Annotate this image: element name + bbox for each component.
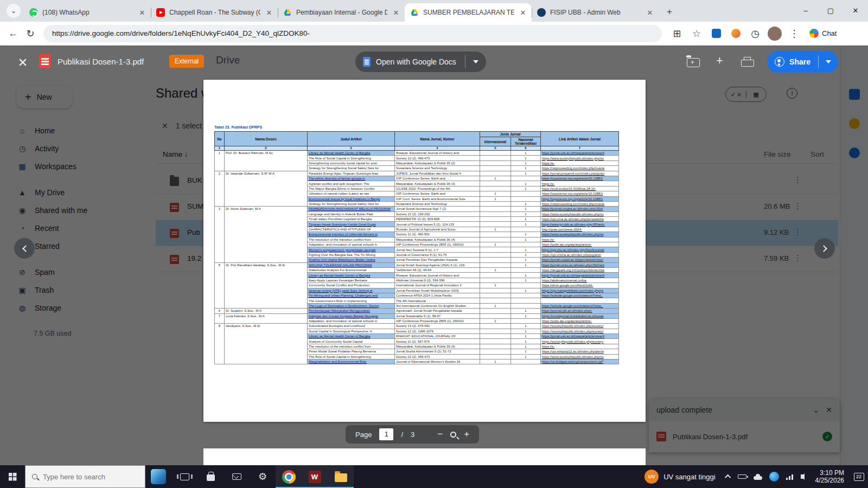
uv-weather-widget[interactable]: UV UV sangat tinggi <box>638 465 722 488</box>
judul-cell[interactable]: Tinjauan Aspek Sosiologis-Yuridis Cerai … <box>308 222 395 227</box>
article-link-cell[interactable]: https://abdimasuniversal.uniba- <box>541 278 619 282</box>
article-link-cell[interactable]: https://ojs.untirta.ac.id/index.php/jog/… <box>541 252 619 257</box>
next-file-button[interactable] <box>814 238 835 259</box>
network-icon[interactable] <box>786 474 794 480</box>
article-link-cell[interactable]: https://e- <box>541 181 619 186</box>
tab-close-icon[interactable]: ✕ <box>519 8 527 17</box>
article-link-cell[interactable]: https://www.societyfisipubb.id/index.php… <box>541 354 619 359</box>
judul-cell[interactable]: The resolution of the transition conflic… <box>308 237 395 242</box>
judul-cell[interactable]: Peran Modal Sosial Podakan Patung Bersam… <box>308 349 395 354</box>
minimize-icon[interactable]: – <box>793 0 818 21</box>
judul-cell[interactable]: The Role of Social Capital in Strengthen… <box>308 156 395 160</box>
maximize-icon[interactable]: ▢ <box>818 0 843 21</box>
article-link-cell[interactable]: https://www.societyfisipubb.id/index.php… <box>541 232 619 237</box>
page-number-input[interactable] <box>379 428 393 440</box>
judul-cell[interactable]: Language and Identity in Kelecik Bulian … <box>308 211 395 216</box>
zoom-out-icon[interactable]: − <box>437 429 443 440</box>
judul-cell[interactable]: WACANA TOLERANSI DALAM PROGRAM <box>308 262 395 267</box>
history-icon[interactable]: ◷ <box>746 25 764 42</box>
article-link-cell[interactable]: https://jurnal.usk.ac.id/riwayat/article… <box>541 273 619 278</box>
article-link-cell[interactable]: https://drive.google.com/file/d/1cbk- <box>541 283 619 288</box>
article-link-cell[interactable]: https://vc.bridgew.edu/cgi/viewcontent.c… <box>541 359 619 364</box>
judul-cell[interactable]: The Mapur Bangka Ethnic in between Confl… <box>308 186 395 191</box>
article-link-cell[interactable]: https://rumahjurnal.sinsasbabel.ac.id/su… <box>541 313 619 318</box>
news-widget-button[interactable] <box>145 465 171 488</box>
judul-cell[interactable]: Timah dalam Pemilihan Legislatif di Bang… <box>308 217 395 222</box>
article-link-cell[interactable]: https://www.societyfisipubb.id/index.php… <box>541 156 619 160</box>
browser-tab[interactable]: Pembiayaan Internal - Google Driv✕ <box>278 3 405 22</box>
judul-cell[interactable]: PEMBERDAYAAN MASYARAKAT MELALUI PROGRAM <box>308 207 395 211</box>
judul-cell[interactable]: Library as Mental Health Center of Bangk… <box>308 151 395 156</box>
article-link-cell[interactable]: https://www.jpi.ubb.ac.id/index.php/JPI/… <box>541 222 619 227</box>
article-link-cell[interactable]: https://jurnal.usk.ac.id/riwayat/article… <box>541 151 619 156</box>
new-tab-button[interactable]: + <box>662 4 677 20</box>
task-view-button[interactable] <box>171 465 197 488</box>
tab-search-icon[interactable]: ⌄ <box>7 4 21 18</box>
article-link-cell[interactable]: https://jurnal.uinsu.ac.id/index.php/JIS… <box>541 262 619 267</box>
judul-cell[interactable]: Library as Mental Health Center of Bangk… <box>308 334 395 339</box>
judul-cell[interactable]: Library as Mental Health Center of Bangk… <box>308 273 395 278</box>
reload-icon[interactable]: ↻ <box>22 25 39 42</box>
judul-cell[interactable]: Agrarian conflict and split recognition:… <box>308 181 395 186</box>
judul-cell[interactable]: Marginalization and Environmental Risk: <box>308 359 395 364</box>
browser-tab[interactable]: Chappell Roan - The Subway (Offi✕ <box>151 3 278 22</box>
article-link-cell[interactable]: https://societyfisipubb.id/index.php/soc… <box>541 339 619 344</box>
judul-cell[interactable]: Adaptation, and innovation of special sc… <box>308 318 395 323</box>
microsoft-store-button[interactable] <box>197 465 224 488</box>
taskbar-clock[interactable]: 3:10 PM 4/25/2026 <box>810 469 850 484</box>
article-link-cell[interactable]: https://iopscience.iop.org/article/10.10… <box>541 191 619 196</box>
judul-cell[interactable]: Tin Mining and Urban Planning: Challenge… <box>308 293 395 298</box>
previous-file-button[interactable] <box>14 238 35 259</box>
taskbar-search[interactable] <box>25 465 145 488</box>
judul-cell[interactable]: The Role of Social Capital in Strengthen… <box>308 354 395 359</box>
extension-icon[interactable] <box>707 25 725 42</box>
article-link-cell[interactable]: https://scholar.google.com/citations?vie… <box>541 293 619 298</box>
print-icon[interactable] <box>741 60 754 67</box>
chrome-button[interactable] <box>276 465 302 488</box>
judul-cell[interactable]: Analysis of Community Social Capital <box>308 339 395 344</box>
battery-icon[interactable] <box>738 474 746 479</box>
zoom-icon[interactable] <box>450 432 456 438</box>
article-link-cell[interactable]: https://iopscience.iop.org/article/10.10… <box>541 176 619 181</box>
start-button[interactable] <box>0 465 25 488</box>
extension-icon[interactable] <box>727 25 744 42</box>
article-link-cell[interactable]: https://e- <box>541 160 619 165</box>
article-link-cell[interactable]: https://ojs.uma.ac.id/index.php/perspekt… <box>541 217 619 222</box>
settings-button[interactable]: ⚙ <box>250 465 276 488</box>
judul-cell[interactable]: Fighting Over the Bangka Sea: The Tin Mi… <box>308 252 395 257</box>
judul-cell[interactable]: Stakeholder Analysis For Environmental <box>308 267 395 272</box>
judul-cell[interactable]: The resolution of the transition conflic… <box>308 344 395 349</box>
tab-close-icon[interactable]: ✕ <box>138 8 146 17</box>
judul-cell[interactable]: Subordinated Ecologies and Livelihood <box>308 324 395 329</box>
onedrive-cloud-icon[interactable] <box>754 476 762 480</box>
browser-tab[interactable]: FISIP UBB - Admin Web✕ <box>532 3 659 22</box>
open-with-dropdown-icon[interactable] <box>465 52 486 72</box>
search-input[interactable] <box>43 473 135 481</box>
judul-cell[interactable]: Analisis Unit Usaha Waterboom Badan Usah… <box>308 258 395 262</box>
article-link-cell[interactable]: https://jurnal.unpad.ac.id/jppm/article/… <box>541 258 619 262</box>
word-button[interactable]: W <box>302 465 328 488</box>
judul-cell[interactable]: Paradoks Energi Hijau: Tinjauan Sosiolog… <box>308 171 395 176</box>
article-link-cell[interactable]: https://nstproceeding.com/index.php/nusc… <box>541 166 619 171</box>
judul-cell[interactable]: Strengthening community social capital f… <box>308 160 395 165</box>
share-button[interactable]: Share <box>767 51 838 73</box>
article-link-cell[interactable]: https://e- <box>541 237 619 242</box>
article-link-cell[interactable]: https://dergipark.org.tr/tr/pub/yerbilim… <box>541 267 619 272</box>
article-link-cell[interactable]: https://iopscience.iop.org/article/10.10… <box>541 196 619 201</box>
browser-tab[interactable]: (108) WhatsApp✕ <box>24 3 151 22</box>
add-to-drive-icon[interactable] <box>687 58 700 67</box>
share-dropdown-icon[interactable] <box>819 51 838 73</box>
judul-cell[interactable]: tanaman energi (HTE) pada Suku Jerieng d… <box>308 288 395 293</box>
article-link-cell[interactable]: https://ojs.uho.ac.id/index.php/NeoSocie… <box>541 247 619 252</box>
back-icon[interactable]: ← <box>4 25 22 42</box>
judul-cell[interactable]: CHARACTERISTICS AND ATTITUDES OF <box>308 227 395 232</box>
profile-avatar[interactable] <box>766 25 783 42</box>
article-link-cell[interactable]: https://societyfisipubb.id/index.php/soc… <box>541 329 619 333</box>
side-panel-icon[interactable]: ⊞ <box>668 25 686 42</box>
article-link-cell[interactable]: https://ojs.ruangpublikasi.com/index.php… <box>541 288 619 293</box>
article-link-cell[interactable]: https://eudl.eu/doi/10.4108/eai.28-10- <box>541 186 619 191</box>
app-tray-icon[interactable] <box>769 472 779 481</box>
mail-button[interactable] <box>224 465 250 488</box>
preview-close-icon[interactable]: ✕ <box>15 55 30 70</box>
volume-icon[interactable] <box>801 474 803 479</box>
